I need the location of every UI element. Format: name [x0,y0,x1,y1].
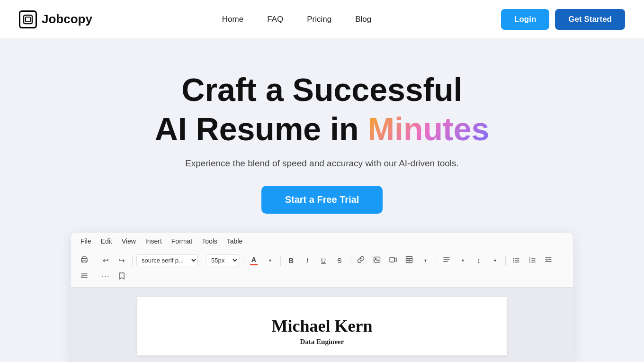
video-icon [389,256,397,265]
toolbar-lineheight-button[interactable]: ↕ [472,254,485,267]
toolbar-ul-button[interactable] [510,254,523,267]
logo-icon [19,10,37,28]
hero-title-in: in [330,111,367,147]
svg-rect-3 [82,257,86,259]
resume-job-title: Data Engineer [161,338,483,346]
toolbar-indent-decrease-button[interactable] [542,254,555,267]
svg-rect-4 [82,261,86,262]
svg-rect-7 [390,257,394,262]
toolbar-more-button[interactable]: ··· [99,270,112,283]
nav-blog[interactable]: Blog [355,15,371,24]
toolbar-image-button[interactable] [370,254,384,267]
toolbar-print-button[interactable] [78,254,91,267]
toolbar-separator-1 [95,255,95,266]
redo-icon: ↪ [119,256,125,265]
table-icon [405,256,413,265]
toolbar-undo-button[interactable]: ↩ [99,254,112,267]
indent-decrease-icon [545,256,552,265]
editor-content: Michael Kern Data Engineer [71,288,573,362]
toolbar-table-button[interactable] [402,254,416,267]
font-size-select[interactable]: 55px [206,254,239,266]
more-icon: ··· [102,272,109,281]
image-icon [373,256,381,265]
toolbar-ol-button[interactable]: 1.2.3. [526,254,539,267]
menu-format[interactable]: Format [171,237,192,245]
toolbar-strikethrough-button[interactable]: S [333,254,346,267]
toolbar-lineheight-dropdown[interactable]: ▾ [488,254,501,267]
ordered-list-icon: 1.2.3. [528,256,536,265]
navbar: Jobcopy Home FAQ Pricing Blog Login Get … [0,0,644,39]
undo-icon: ↩ [103,256,109,265]
menu-file[interactable]: File [80,237,91,245]
align-icon [443,256,450,265]
font-family-select[interactable]: source serif p... [136,254,198,266]
svg-rect-0 [24,15,32,24]
toolbar-separator-2 [132,255,133,266]
toolbar-separator-9 [95,272,95,282]
toolbar-separator-7 [436,255,436,266]
toolbar-align-button[interactable] [440,254,453,267]
nav-home[interactable]: Home [222,15,243,24]
print-icon [80,256,88,265]
hero-title-line2: AI Resume in Minutes [155,111,490,147]
hero-title-ai-resume: AI Resume [155,111,330,147]
bookmark-icon [118,272,125,281]
nav-links: Home FAQ Pricing Blog [222,15,371,24]
toolbar-video-button[interactable] [386,254,400,267]
toolbar-align-dropdown[interactable]: ▾ [456,254,469,267]
svg-text:3.: 3. [529,261,531,263]
menu-tools[interactable]: Tools [202,237,217,245]
toolbar-bold-button[interactable]: B [285,254,298,267]
resume-paper: Michael Kern Data Engineer [137,297,507,355]
toolbar-font-color-button[interactable]: A [247,254,260,267]
toolbar-separator-3 [202,255,202,266]
toolbar-font-color-dropdown[interactable]: ▾ [263,254,277,267]
login-button[interactable]: Login [501,9,549,30]
toolbar-bookmark-button[interactable] [115,270,128,283]
toolbar-indent-increase-button[interactable] [78,270,91,283]
toolbar-underline-button[interactable]: U [317,254,330,267]
toolbar-separator-8 [505,255,506,266]
menu-view[interactable]: View [122,237,136,245]
hero-section: Craft a Successful AI Resume in Minutes … [0,39,644,362]
nav-pricing[interactable]: Pricing [307,15,331,24]
resume-name: Michael Kern [161,316,483,336]
toolbar-redo-button[interactable]: ↪ [115,254,128,267]
indent-increase-icon [80,272,88,281]
nav-faq[interactable]: FAQ [267,15,283,24]
toolbar-separator-5 [280,255,281,266]
toolbar-table-dropdown[interactable]: ▾ [419,254,432,267]
svg-rect-5 [374,257,380,262]
nav-actions: Login Get Started [501,9,625,30]
hero-title-minutes: Minutes [367,111,489,147]
editor-preview: File Edit View Insert Format Tools Table… [71,233,573,362]
link-icon [357,256,365,265]
menu-insert[interactable]: Insert [145,237,162,245]
font-color-icon: A [250,256,258,265]
svg-point-16 [513,258,514,259]
svg-point-20 [513,262,514,262]
toolbar-italic-button[interactable]: I [301,254,314,267]
menu-edit[interactable]: Edit [101,237,112,245]
brand-name: Jobcopy [42,12,92,27]
toolbar-link-button[interactable] [354,254,367,267]
toolbar-separator-6 [350,255,350,266]
hero-subtitle: Experience the blend of speed and accura… [185,158,459,169]
underline-icon: U [321,257,326,264]
toolbar-separator-4 [243,255,243,266]
svg-rect-8 [406,257,412,263]
strikethrough-icon: S [337,257,341,264]
editor-menubar: File Edit View Insert Format Tools Table [71,233,573,250]
svg-point-18 [513,260,514,261]
hero-title-line1: Craft a Successful [181,72,462,108]
bold-icon: B [289,257,294,264]
svg-rect-1 [26,17,30,22]
italic-icon: I [306,257,309,264]
get-started-button[interactable]: Get Started [555,9,625,30]
free-trial-button[interactable]: Start a Free Trial [261,186,383,214]
logo[interactable]: Jobcopy [19,10,92,28]
menu-table[interactable]: Table [227,237,242,245]
unordered-list-icon [512,256,520,265]
lineheight-icon: ↕ [477,256,481,264]
editor-toolbar: ↩ ↪ source serif p... 55px A [71,250,573,288]
